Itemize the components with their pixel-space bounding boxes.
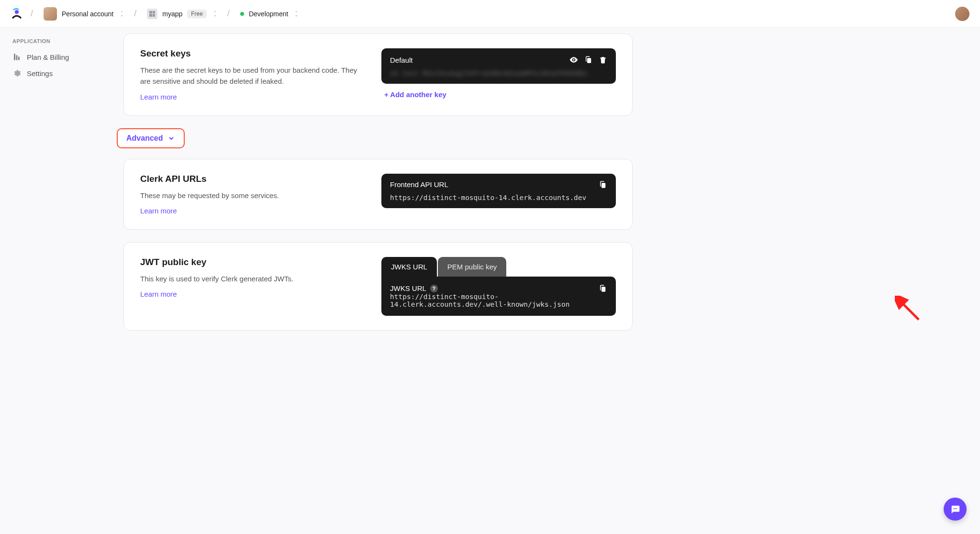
card-desc: These are the secret keys to be used fro…: [140, 65, 362, 87]
svg-point-0: [15, 10, 19, 13]
gear-icon: [12, 69, 21, 78]
breadcrumb-separator: /: [131, 9, 139, 19]
copy-icon[interactable]: [599, 180, 607, 189]
breadcrumb: / Personal account ⌃⌄ / myapp Free ⌃⌄ / …: [11, 5, 301, 22]
jwt-card: JWT public key This key is used to verif…: [123, 242, 633, 331]
advanced-toggle-button[interactable]: Advanced: [117, 128, 185, 148]
plan-badge: Free: [187, 10, 207, 18]
clerk-logo: [11, 8, 23, 20]
api-url-value: https://distinct-mosquito-14.clerk.accou…: [390, 194, 607, 201]
breadcrumb-separator: /: [224, 9, 233, 19]
chevron-down-icon: [167, 134, 175, 142]
environment-name: Development: [249, 10, 289, 18]
secret-key-value-blurred: sk_test_M3sV3oukqg7e4YrqVQ8o4Q1qaWPXs1NS…: [390, 69, 607, 77]
breadcrumb-separator: /: [28, 9, 36, 19]
sidebar-section-header: APPLICATION: [6, 35, 109, 49]
add-key-button[interactable]: + Add another key: [381, 90, 446, 99]
card-title: Clerk API URLs: [140, 174, 362, 184]
app-switcher[interactable]: myapp Free ⌃⌄: [144, 7, 220, 21]
svg-rect-2: [16, 55, 18, 60]
main-content: Secret keys These are the secret keys to…: [115, 28, 656, 372]
secret-keys-card: Secret keys These are the secret keys to…: [123, 33, 633, 116]
learn-more-link[interactable]: Learn more: [140, 290, 177, 298]
selector-icon: ⌃⌄: [118, 11, 123, 16]
sidebar: APPLICATION Plan & Billing Settings: [0, 28, 115, 372]
user-avatar[interactable]: [955, 7, 969, 21]
jwks-url-box: JWKS URL ? https://distinct-mosquito-14.…: [381, 277, 616, 316]
sidebar-item-label: Plan & Billing: [27, 53, 69, 61]
tab-pem-public-key[interactable]: PEM public key: [438, 257, 506, 277]
jwt-tabs: JWKS URL PEM public key: [381, 257, 616, 277]
api-url-label: Frontend API URL: [390, 180, 448, 189]
secret-key-label: Default: [390, 56, 413, 64]
card-title: JWT public key: [140, 257, 362, 267]
app-name: myapp: [162, 10, 182, 18]
advanced-label: Advanced: [126, 134, 163, 143]
reveal-icon[interactable]: [569, 55, 579, 65]
card-title: Secret keys: [140, 48, 362, 59]
account-avatar: [44, 7, 57, 21]
api-urls-card: Clerk API URLs These may be requested by…: [123, 159, 633, 230]
help-icon[interactable]: ?: [430, 285, 438, 292]
svg-rect-6: [601, 183, 605, 188]
environment-status-icon: [240, 12, 244, 16]
app-icon: [147, 9, 157, 19]
plan-billing-icon: [12, 53, 21, 61]
svg-rect-7: [601, 287, 605, 292]
jwks-url-value: https://distinct-mosquito-14.clerk.accou…: [390, 293, 607, 308]
selector-icon: ⌃⌄: [293, 11, 298, 16]
sidebar-item-settings[interactable]: Settings: [6, 65, 109, 81]
card-desc: This key is used to verify Clerk generat…: [140, 273, 362, 284]
sidebar-item-label: Settings: [27, 69, 53, 78]
sidebar-item-plan-billing[interactable]: Plan & Billing: [6, 49, 109, 65]
frontend-api-url-box: Frontend API URL https://distinct-mosqui…: [381, 174, 616, 208]
account-switcher[interactable]: Personal account ⌃⌄: [41, 5, 126, 22]
delete-icon[interactable]: [599, 56, 607, 64]
selector-icon: ⌃⌄: [212, 11, 217, 16]
tab-jwks-url[interactable]: JWKS URL: [381, 257, 437, 277]
svg-rect-5: [587, 58, 591, 63]
secret-key-box: Default sk_test_M3sV3oukqg7e4YrqVQ8o4Q1q…: [381, 48, 616, 84]
learn-more-link[interactable]: Learn more: [140, 93, 177, 101]
account-name: Personal account: [62, 10, 113, 18]
learn-more-link[interactable]: Learn more: [140, 207, 177, 215]
copy-icon[interactable]: [599, 284, 607, 293]
svg-point-4: [573, 59, 574, 60]
top-bar: / Personal account ⌃⌄ / myapp Free ⌃⌄ / …: [0, 0, 980, 28]
jwks-label: JWKS URL: [390, 284, 426, 292]
copy-icon[interactable]: [584, 56, 593, 64]
environment-switcher[interactable]: Development ⌃⌄: [237, 8, 301, 20]
svg-rect-3: [18, 56, 20, 60]
svg-rect-1: [14, 54, 15, 60]
card-desc: These may be requested by some services.: [140, 190, 362, 201]
